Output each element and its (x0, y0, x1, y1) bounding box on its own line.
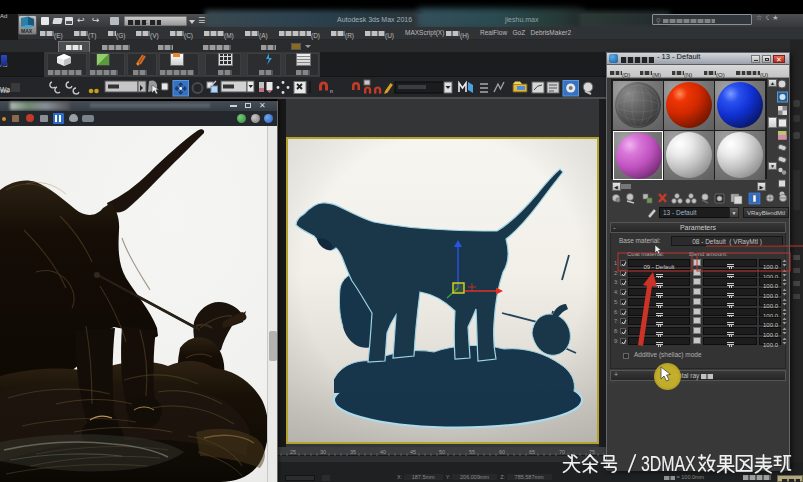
svg-text:40: 40 (380, 449, 386, 455)
svg-text:55: 55 (469, 449, 475, 455)
svg-text:45: 45 (410, 449, 416, 455)
svg-text:65: 65 (529, 449, 535, 455)
svg-text:75: 75 (589, 449, 595, 455)
svg-text:60: 60 (499, 449, 505, 455)
svg-text:Wa: Wa (0, 86, 10, 93)
svg-text:MAX: MAX (21, 28, 33, 34)
svg-text:n: n (330, 88, 333, 94)
svg-text:35: 35 (350, 449, 356, 455)
svg-text:70: 70 (559, 449, 565, 455)
svg-text:50: 50 (439, 449, 445, 455)
svg-text:25: 25 (290, 449, 296, 455)
svg-text:30: 30 (320, 449, 326, 455)
